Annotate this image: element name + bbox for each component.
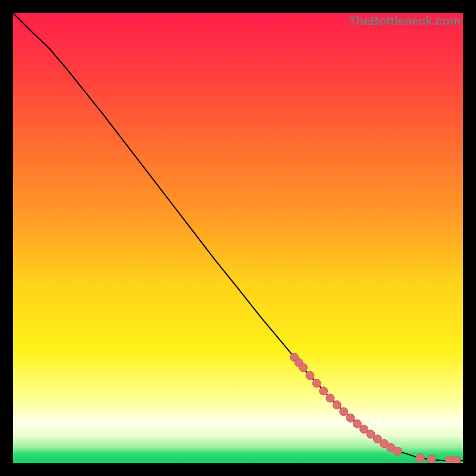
chart-frame: TheBottleneck.com: [13, 13, 463, 463]
data-marker: [416, 454, 424, 462]
watermark-text: TheBottleneck.com: [349, 14, 461, 28]
data-marker: [427, 455, 436, 463]
data-marker: [452, 456, 461, 464]
data-marker: [333, 401, 341, 409]
gradient-background: [13, 13, 463, 463]
data-marker: [306, 371, 314, 380]
data-marker: [340, 408, 348, 416]
data-marker: [346, 414, 355, 422]
chart-plot: [13, 13, 463, 463]
data-marker: [326, 394, 334, 402]
data-marker: [320, 387, 328, 395]
data-marker: [353, 419, 361, 428]
data-marker: [299, 364, 308, 372]
data-marker: [312, 379, 321, 387]
data-marker: [393, 447, 402, 455]
